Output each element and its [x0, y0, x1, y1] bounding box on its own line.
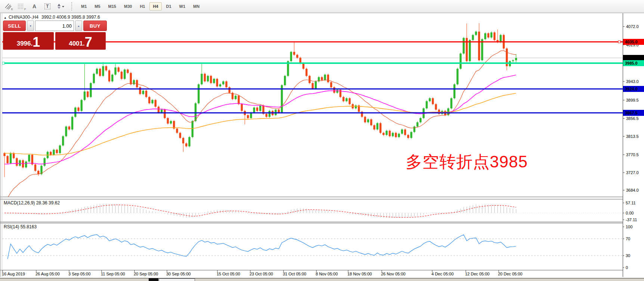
candle — [364, 117, 366, 123]
candle — [484, 33, 486, 39]
candle — [303, 63, 304, 69]
chart-title: ▲CHINA300-,H43992.0 4006.9 3985.8 3997.6 — [4, 15, 100, 20]
candle — [105, 66, 107, 70]
candle — [62, 136, 64, 146]
line-handle[interactable] — [2, 62, 4, 64]
price-tick-label: 3943.0 — [626, 79, 639, 84]
candle — [164, 109, 165, 118]
volume-increase-button[interactable]: ▲ — [75, 21, 82, 31]
candle — [170, 121, 172, 124]
candle — [7, 156, 9, 163]
candle — [487, 33, 489, 37]
candle — [204, 74, 206, 81]
buy-price-display[interactable]: 4001.7 — [55, 32, 106, 50]
candle — [367, 119, 369, 122]
price-badge-label: 3985.0 — [625, 61, 638, 65]
horizontal-scrollbar[interactable] — [0, 278, 644, 281]
candle — [330, 82, 332, 87]
price-badge-label: 3924.0 — [625, 87, 638, 91]
candle — [463, 38, 465, 53]
candle — [90, 83, 92, 97]
indicator-tick-label: 100 — [626, 225, 632, 229]
candle — [155, 100, 157, 106]
candle — [456, 69, 458, 84]
date-label: 31 Oct 05:00 — [283, 272, 306, 276]
date-label: 16 Aug 2019 — [2, 272, 25, 276]
candle — [108, 70, 110, 81]
candle — [148, 97, 150, 104]
candle — [210, 76, 212, 83]
candle — [130, 73, 132, 84]
price-tick-label: 4072.0 — [626, 24, 639, 29]
candle — [235, 96, 236, 99]
candle — [77, 108, 79, 111]
sell-price-pip: 1 — [32, 36, 40, 49]
collapse-icon: ▲ — [4, 16, 7, 19]
date-label: 23 Oct 05:00 — [250, 272, 273, 276]
candle — [99, 69, 101, 76]
candle — [370, 119, 372, 125]
date-label: 11 Sep 05:00 — [101, 272, 125, 276]
line-handle[interactable] — [618, 41, 620, 43]
main-plot — [2, 23, 623, 203]
volume-input[interactable] — [35, 21, 74, 31]
candle — [121, 72, 123, 79]
candle — [284, 76, 286, 85]
volume-decrease-button[interactable]: ▼ — [27, 21, 34, 31]
date-label: 26 Nov 05:00 — [381, 272, 405, 276]
candle — [459, 53, 461, 69]
candle — [133, 80, 135, 84]
price-tick-label: 3856.5 — [626, 116, 639, 121]
indicator-tick-label: 70 — [626, 237, 630, 241]
sell-button[interactable]: SELL — [3, 21, 26, 31]
candle — [306, 69, 307, 76]
candle — [247, 115, 249, 118]
candle — [59, 145, 61, 153]
candle — [253, 108, 255, 113]
candle — [389, 131, 391, 136]
candle — [201, 74, 202, 84]
candle — [118, 68, 120, 72]
candle — [398, 134, 400, 137]
candle — [321, 77, 323, 80]
chart-annotation[interactable]: 多空转折点3985 — [406, 151, 528, 173]
candle — [293, 52, 295, 55]
candle — [435, 104, 437, 110]
price-tick-label: 3684.0 — [626, 188, 639, 192]
candle — [512, 60, 514, 61]
candle — [151, 100, 153, 103]
candle — [3, 153, 5, 156]
price-tick-label: 3727.0 — [626, 170, 639, 175]
candle — [324, 75, 326, 80]
buy-button[interactable]: BUY — [83, 21, 107, 31]
scrollbar-thumb[interactable] — [159, 278, 195, 281]
price-tick-label: 3770.5 — [626, 152, 639, 157]
candle — [207, 76, 209, 81]
candle — [278, 109, 280, 112]
candle — [74, 108, 76, 117]
ohlc-readout: 3992.0 4006.9 3985.8 3997.6 — [41, 15, 100, 20]
sell-price-display[interactable]: 3996.1 — [3, 32, 54, 50]
candle — [453, 84, 455, 98]
candle — [25, 161, 27, 167]
candle — [93, 74, 95, 83]
candle — [404, 129, 406, 135]
indicator-tick-label: 57.11 — [626, 201, 636, 205]
candle — [343, 97, 344, 101]
candle — [81, 100, 83, 111]
candle — [114, 68, 116, 75]
buy-price-pip: 7 — [85, 36, 92, 49]
candle — [238, 96, 239, 104]
candle — [102, 66, 104, 76]
buy-price-main: 4001 — [69, 39, 83, 49]
candle — [65, 127, 67, 136]
rsi-panel — [2, 235, 623, 259]
candle — [410, 132, 412, 138]
candle — [414, 127, 415, 132]
candle — [185, 143, 187, 146]
candle — [229, 87, 230, 93]
candle — [269, 111, 270, 117]
candle — [349, 98, 350, 104]
price-tick-label: 3813.5 — [626, 134, 639, 139]
candle — [290, 52, 292, 61]
